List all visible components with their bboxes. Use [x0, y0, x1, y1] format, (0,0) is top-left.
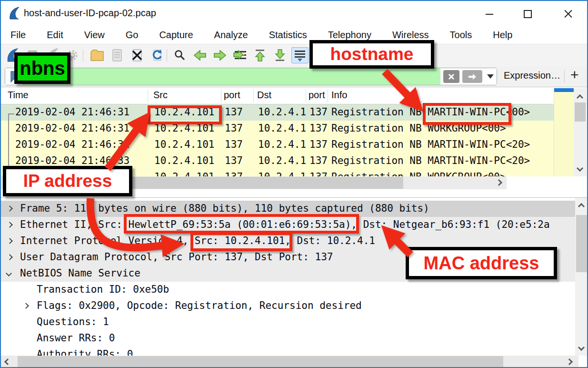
annotation-mac-address: MAC address — [406, 247, 557, 279]
menu-item-go[interactable]: Go — [126, 30, 139, 41]
filter-apply-button[interactable] — [462, 70, 482, 83]
packet-list-vertical-scrollbar[interactable] — [574, 88, 587, 176]
scrollbar-thumb[interactable] — [576, 215, 587, 272]
column-header-time[interactable]: Time — [8, 90, 29, 101]
menu-item-file[interactable]: File — [10, 30, 26, 41]
close-button[interactable] — [553, 1, 582, 26]
filter-clear-button[interactable] — [443, 70, 459, 83]
scrollbar-thumb[interactable] — [575, 102, 586, 122]
expand-icon[interactable] — [7, 254, 13, 260]
go-back-icon[interactable] — [191, 47, 209, 63]
scroll-left-icon[interactable] — [2, 356, 13, 368]
go-forward-icon[interactable] — [211, 47, 229, 63]
highlight-box-src-ip — [148, 105, 222, 124]
wireshark-window: host-and-user-ID-pcap-02.pcap File Edit … — [0, 0, 588, 368]
detail-transaction-id[interactable]: Transaction ID: 0xe50b — [1, 282, 575, 298]
expression-button[interactable]: Expression… — [504, 70, 560, 81]
go-to-top-icon[interactable] — [251, 47, 269, 63]
find-packet-icon[interactable] — [171, 47, 189, 63]
menu-item-analyze[interactable]: Analyze — [214, 30, 248, 41]
menu-item-help[interactable]: Help — [493, 30, 512, 41]
column-header-src-port[interactable]: port — [224, 90, 240, 101]
menu-item-edit[interactable]: Edit — [47, 30, 63, 41]
collapse-icon[interactable] — [6, 270, 12, 276]
wireshark-logo-icon — [9, 7, 20, 20]
scroll-up-icon[interactable] — [576, 201, 587, 212]
menu-item-capture[interactable]: Capture — [159, 30, 193, 41]
column-header-dst-port[interactable]: port — [309, 90, 325, 101]
column-header-dst[interactable]: Dst — [257, 90, 271, 101]
menu-item-statistics[interactable]: Statistics — [269, 30, 307, 41]
annotation-hostname: hostname — [309, 40, 434, 69]
detail-answer-rrs[interactable]: Answer RRs: 0 — [1, 330, 575, 347]
menu-item-wireless[interactable]: Wireless — [392, 30, 429, 41]
expand-icon[interactable] — [7, 205, 13, 212]
details-vertical-scrollbar[interactable] — [575, 198, 587, 356]
detail-flags[interactable]: Flags: 0x2900, Opcode: Registration, Rec… — [1, 298, 575, 314]
title-bar: host-and-user-ID-pcap-02.pcap — [1, 1, 587, 26]
scroll-right-icon[interactable] — [493, 177, 505, 188]
filter-dropdown-caret[interactable] — [487, 74, 494, 79]
column-header-src[interactable]: Src — [153, 90, 168, 101]
annotation-ip-address: IP address — [3, 166, 132, 196]
detail-authority-rrs[interactable]: Authority RRs: 0 — [1, 347, 575, 356]
detail-questions[interactable]: Questions: 1 — [1, 314, 575, 330]
minimize-button[interactable] — [475, 1, 503, 26]
filter-box — [5, 68, 497, 85]
scrollbar-thumb[interactable] — [18, 356, 503, 368]
minimap-selection-marker — [554, 88, 574, 92]
annotation-nbns: nbns — [14, 52, 70, 84]
filter-bar: Expression… + — [1, 66, 587, 87]
expand-icon[interactable] — [7, 222, 13, 228]
expand-icon[interactable] — [23, 303, 29, 309]
menu-item-telephony[interactable]: Telephony — [328, 30, 371, 41]
main-toolbar — [1, 44, 587, 66]
scroll-down-icon[interactable] — [574, 163, 586, 174]
highlight-box-hostname — [423, 103, 511, 125]
menu-bar: File Edit View Go Capture Analyze Statis… — [1, 26, 587, 44]
filter-input[interactable] — [23, 68, 440, 85]
maximize-button[interactable] — [513, 1, 541, 26]
divider — [564, 70, 565, 83]
save-file-icon[interactable] — [109, 47, 126, 63]
go-to-packet-icon[interactable] — [231, 47, 249, 63]
related-packets-tick — [8, 113, 14, 114]
open-file-icon[interactable] — [89, 47, 106, 63]
scroll-down-icon[interactable] — [576, 342, 587, 353]
menu-item-tools[interactable]: Tools — [450, 30, 472, 41]
menu-item-view[interactable]: View — [84, 30, 105, 41]
column-header-info[interactable]: Info — [331, 90, 347, 101]
packet-list: Time Src port Dst port Info 2019-02-04 2… — [1, 87, 587, 176]
packet-list-minimap[interactable] — [554, 88, 574, 176]
scroll-up-icon[interactable] — [574, 92, 586, 103]
reload-file-icon[interactable] — [149, 47, 166, 63]
expand-icon[interactable] — [7, 238, 13, 244]
packet-list-header: Time Src port Dst port Info — [1, 87, 587, 104]
close-file-icon[interactable] — [129, 47, 146, 63]
window-title: host-and-user-ID-pcap-02.pcap — [24, 8, 156, 19]
highlight-box-mac — [124, 214, 359, 234]
highlight-box-ip-detail — [190, 232, 292, 251]
auto-scroll-icon[interactable] — [291, 47, 309, 63]
go-to-bottom-icon[interactable] — [271, 47, 289, 63]
add-filter-button[interactable]: + — [570, 67, 579, 83]
scroll-right-icon[interactable] — [564, 356, 575, 368]
packet-row-3[interactable]: 2019-02-04 21:46:3110.2.4.10113710.2.4.1… — [1, 137, 554, 153]
details-horizontal-scrollbar[interactable] — [1, 356, 578, 368]
